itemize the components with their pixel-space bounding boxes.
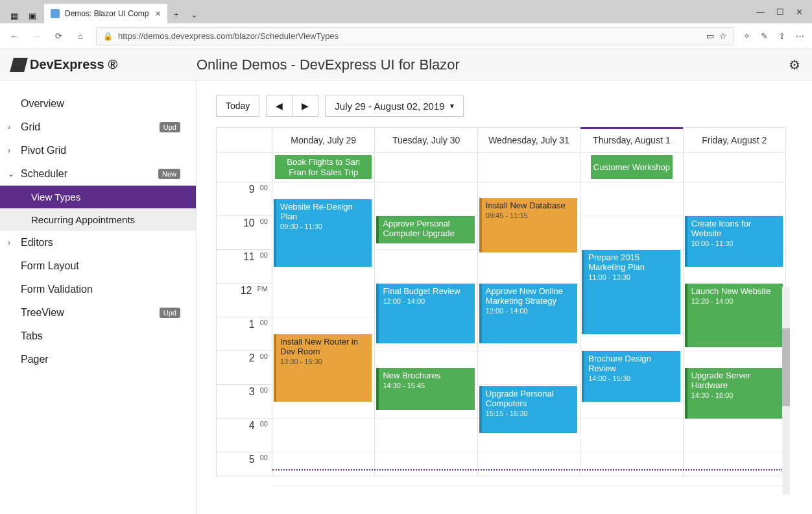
scrollbar[interactable] — [782, 287, 790, 495]
lock-icon: 🔒 — [103, 32, 113, 41]
close-tab-icon[interactable]: × — [155, 8, 160, 19]
favorites-bar-icon[interactable]: ✧ — [743, 31, 750, 41]
favorite-icon[interactable]: ☆ — [719, 31, 727, 41]
url-text: https://demos.devexpress.com/blazor/Sche… — [118, 31, 339, 41]
appointment[interactable]: Install New Database09:45 - 11:15 — [479, 198, 577, 252]
appointment[interactable]: Website Re-Design Plan09:30 - 11:30 — [274, 199, 372, 267]
day-header[interactable]: Thursday, August 1 — [580, 128, 683, 152]
browser-tab-bar: ▦ ▣ Demos: Blazor UI Comp × + ⌄ — ☐ ✕ — [0, 0, 812, 23]
scrollbar-thumb[interactable] — [782, 328, 790, 406]
calendar: Monday, July 29Tuesday, July 30Wednesday… — [216, 127, 786, 476]
allday-event[interactable]: Book Flights to San Fran for Sales Trip — [275, 155, 372, 179]
appointment[interactable]: Launch New Website12:20 - 14:00 — [685, 284, 783, 347]
day-column[interactable]: Create Icons for Website10:00 - 11:30Lau… — [684, 182, 785, 476]
prev-button[interactable]: ◀ — [266, 95, 292, 117]
sidebar-item[interactable]: Form Layout — [0, 254, 196, 278]
new-tab-button[interactable]: + — [167, 5, 185, 23]
sidebar-subitem[interactable]: Recurring Appointments — [0, 208, 196, 231]
appointment[interactable]: Create Icons for Website10:00 - 11:30 — [685, 216, 783, 267]
sidebar-item[interactable]: ›Pivot Grid — [0, 139, 196, 162]
share-icon[interactable]: ⇪ — [778, 31, 785, 41]
content: Today ◀ ▶ July 29 - August 02, 2019 ▾ Mo… — [197, 80, 812, 514]
chevron-down-icon: ▾ — [450, 101, 454, 110]
forward-button[interactable]: → — [30, 31, 43, 41]
sidebar-item[interactable]: Pager — [0, 348, 196, 371]
appointment[interactable]: Final Budget Review12:00 - 14:00 — [376, 284, 474, 343]
appointment[interactable]: Approve Personal Computer Upgrade — [376, 216, 474, 243]
allday-cell[interactable] — [684, 153, 785, 182]
scheduler-toolbar: Today ◀ ▶ July 29 - August 02, 2019 ▾ — [216, 95, 786, 117]
appointment[interactable]: Brochure Design Review14:00 - 15:30 — [582, 351, 680, 402]
browser-address-bar: ← → ⟳ ⌂ 🔒 https://demos.devexpress.com/b… — [0, 23, 812, 49]
day-header[interactable]: Wednesday, July 31 — [478, 128, 580, 152]
tabs-overview-icon[interactable]: ▣ — [25, 8, 40, 23]
close-window-icon[interactable]: ✕ — [796, 7, 803, 17]
sidebar-item[interactable]: ›Editors — [0, 231, 196, 254]
allday-event[interactable]: Customer Workshop — [591, 155, 673, 179]
current-time-indicator — [272, 469, 785, 471]
date-range-label: July 29 - August 02, 2019 — [335, 101, 444, 112]
hour-row: 200 — [217, 351, 272, 385]
time-header-cell — [217, 128, 272, 152]
hour-row: 100 — [217, 317, 272, 351]
tab-chevron-icon[interactable]: ⌄ — [185, 5, 204, 23]
sidebar: Overview›GridUpd›Pivot Grid⌄SchedulerNew… — [0, 80, 197, 514]
tab-title: Demos: Blazor UI Comp — [65, 9, 149, 18]
allday-cell[interactable] — [478, 153, 580, 182]
day-column[interactable]: Install New Database09:45 - 11:15Approve… — [478, 182, 580, 476]
appointment[interactable]: Upgrade Personal Computers15:15 - 16:30 — [479, 386, 577, 433]
hour-row: 12PM — [217, 284, 272, 317]
day-column[interactable]: Approve Personal Computer UpgradeFinal B… — [375, 182, 477, 476]
hour-row: 500 — [217, 452, 272, 486]
appointment[interactable]: Prepare 2015 Marketing Plan11:00 - 13:30 — [582, 250, 680, 334]
day-column[interactable]: Prepare 2015 Marketing Plan11:00 - 13:30… — [580, 182, 683, 476]
favicon — [51, 9, 60, 18]
hour-row: 300 — [217, 385, 272, 419]
gear-icon[interactable]: ⚙ — [789, 57, 800, 73]
sidebar-item[interactable]: ›GridUpd — [0, 116, 196, 139]
day-header[interactable]: Tuesday, July 30 — [375, 128, 477, 152]
notes-icon[interactable]: ✎ — [761, 31, 768, 41]
logo-mark — [10, 58, 28, 72]
day-header[interactable]: Friday, August 2 — [684, 128, 785, 152]
today-button[interactable]: Today — [216, 95, 259, 117]
sidebar-item[interactable]: TreeViewUpd — [0, 301, 196, 324]
task-view-icon[interactable]: ▦ — [6, 8, 22, 23]
date-range-button[interactable]: July 29 - August 02, 2019 ▾ — [325, 95, 463, 117]
appointment[interactable]: Upgrade Server Hardware14:30 - 16:00 — [685, 368, 783, 419]
appointment[interactable]: Install New Router in Dev Room13:30 - 15… — [274, 334, 372, 402]
appointment[interactable]: Approve New Online Marketing Strategy12:… — [479, 284, 577, 343]
allday-cell[interactable] — [375, 153, 477, 182]
minimize-icon[interactable]: — — [756, 7, 765, 17]
allday-gutter — [217, 153, 272, 182]
day-header[interactable]: Monday, July 29 — [272, 128, 375, 152]
hour-row: 1100 — [217, 250, 272, 284]
refresh-button[interactable]: ⟳ — [52, 31, 65, 41]
brand-logo[interactable]: DevExpress® — [12, 57, 197, 72]
hour-row: 400 — [217, 419, 272, 452]
sidebar-item[interactable]: Tabs — [0, 324, 196, 348]
next-button[interactable]: ▶ — [292, 95, 318, 117]
app-header: DevExpress® Online Demos - DevExpress UI… — [0, 49, 812, 80]
hour-row: 1000 — [217, 216, 272, 250]
brand-name: DevExpress — [30, 57, 104, 72]
hour-row: 900 — [217, 182, 272, 216]
allday-cell[interactable]: Book Flights to San Fran for Sales Trip — [272, 153, 375, 182]
sidebar-subitem[interactable]: View Types — [0, 186, 196, 208]
sidebar-item[interactable]: Form Validation — [0, 278, 196, 301]
browser-tab[interactable]: Demos: Blazor UI Comp × — [44, 4, 167, 23]
allday-cell[interactable]: Customer Workshop — [580, 153, 683, 182]
day-column[interactable]: Website Re-Design Plan09:30 - 11:30Insta… — [272, 182, 375, 476]
page-title: Online Demos - DevExpress UI for Blazor — [197, 56, 460, 73]
appointment[interactable]: New Brochures14:30 - 15:45 — [376, 368, 474, 410]
maximize-icon[interactable]: ☐ — [776, 7, 784, 17]
more-icon[interactable]: ⋯ — [796, 31, 804, 41]
reader-icon[interactable]: ▭ — [706, 31, 714, 41]
sidebar-item[interactable]: ⌄SchedulerNew — [0, 162, 196, 186]
sidebar-item[interactable]: Overview — [0, 92, 196, 116]
home-button[interactable]: ⌂ — [74, 31, 87, 41]
back-button[interactable]: ← — [8, 31, 21, 41]
url-box[interactable]: 🔒 https://demos.devexpress.com/blazor/Sc… — [96, 27, 734, 45]
